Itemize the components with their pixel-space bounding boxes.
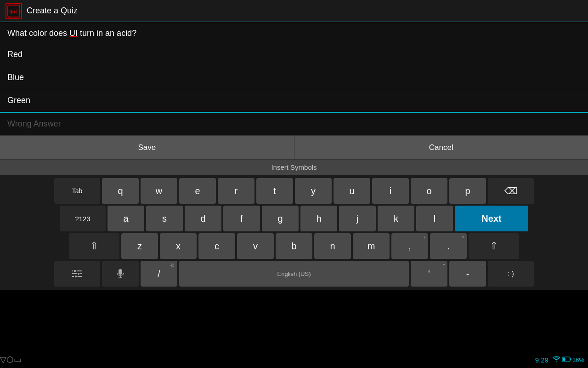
- home-nav-button[interactable]: ⬡: [6, 355, 14, 365]
- cancel-button[interactable]: Cancel: [294, 136, 588, 159]
- key-d[interactable]: d: [185, 206, 221, 231]
- keyboard: Tab q w e r t y u i o p ⌫ ?123 a s d f g…: [0, 175, 588, 290]
- key-a[interactable]: a: [107, 206, 144, 231]
- key-q[interactable]: q: [102, 178, 139, 204]
- key-o[interactable]: o: [411, 178, 447, 204]
- shift-right-key[interactable]: ⇧: [469, 233, 519, 259]
- key-x[interactable]: x: [160, 233, 197, 259]
- next-key[interactable]: Next: [455, 206, 528, 231]
- system-nav-bar: ▽ ⬡ ▭ 9:29 36%: [0, 351, 588, 368]
- battery-icon: [562, 356, 571, 363]
- key-u[interactable]: u: [334, 178, 370, 204]
- key-t[interactable]: t: [256, 178, 293, 204]
- answer-option-2[interactable]: Blue: [0, 66, 588, 89]
- key-r[interactable]: r: [218, 178, 254, 204]
- key-c[interactable]: c: [198, 233, 235, 259]
- settings-key[interactable]: [54, 261, 100, 287]
- key-h[interactable]: h: [300, 206, 337, 231]
- action-buttons: Save Cancel: [0, 136, 588, 160]
- key-l[interactable]: l: [416, 206, 453, 231]
- svg-point-6: [77, 272, 80, 275]
- top-bar-title: Create a Quiz: [27, 6, 78, 16]
- key-f[interactable]: f: [223, 206, 260, 231]
- wifi-icon: [552, 356, 560, 364]
- key-n[interactable]: n: [314, 233, 351, 259]
- key-comma[interactable]: , !: [391, 233, 428, 259]
- key-s[interactable]: s: [146, 206, 183, 231]
- shift-left-key[interactable]: ⇧: [69, 233, 119, 259]
- slash-key[interactable]: / @: [141, 261, 177, 287]
- quiz-content: What color does UI turn in an acid? Red …: [0, 22, 588, 175]
- svg-text:Quiz: Quiz: [9, 9, 21, 15]
- question-text: What color does UI turn in an acid?: [7, 29, 136, 38]
- key-j[interactable]: j: [339, 206, 376, 231]
- question-area: What color does UI turn in an acid?: [0, 22, 588, 43]
- key-i[interactable]: i: [372, 178, 409, 204]
- keyboard-row-3: ⇧ z x c v b n m , ! . ? ⇧: [0, 233, 588, 259]
- answer-option-3[interactable]: Green: [0, 89, 588, 113]
- svg-rect-13: [563, 357, 565, 361]
- key-period[interactable]: . ?: [430, 233, 467, 259]
- key-g[interactable]: g: [262, 206, 299, 231]
- key-m[interactable]: m: [353, 233, 390, 259]
- space-key[interactable]: English (US): [179, 261, 409, 287]
- app-icon: Quiz: [6, 3, 22, 19]
- dash-key[interactable]: - ": [449, 261, 486, 287]
- keyboard-row-1: Tab q w e r t y u i o p ⌫: [0, 178, 588, 204]
- key-b[interactable]: b: [276, 233, 312, 259]
- keyboard-row-4: / @ English (US) ' " - " :-): [0, 261, 588, 287]
- tab-key[interactable]: Tab: [54, 178, 100, 204]
- answer-option-4[interactable]: Wrong Answer: [0, 113, 588, 136]
- top-bar: Quiz Create a Quiz: [0, 0, 588, 22]
- time-display: 9:29: [535, 356, 548, 364]
- key-y[interactable]: y: [295, 178, 332, 204]
- back-nav-button[interactable]: ▽: [0, 355, 6, 365]
- svg-point-5: [74, 270, 76, 272]
- save-button[interactable]: Save: [0, 136, 294, 159]
- key-p[interactable]: p: [449, 178, 486, 204]
- backspace-key[interactable]: ⌫: [488, 178, 534, 204]
- svg-rect-8: [119, 269, 122, 275]
- keyboard-row-2: ?123 a s d f g h j k l Next: [0, 206, 588, 231]
- key-z[interactable]: z: [121, 233, 158, 259]
- insert-symbols-button[interactable]: Insert Symbols: [0, 160, 588, 175]
- key-w[interactable]: w: [141, 178, 177, 204]
- battery-percent: 36%: [572, 356, 584, 363]
- key-e[interactable]: e: [179, 178, 216, 204]
- mic-key[interactable]: [102, 261, 139, 287]
- svg-rect-12: [570, 358, 571, 360]
- recents-nav-button[interactable]: ▭: [14, 355, 22, 365]
- emoji-key[interactable]: :-): [488, 261, 534, 287]
- svg-point-7: [74, 275, 77, 278]
- num-key[interactable]: ?123: [60, 206, 106, 231]
- quote-key[interactable]: ' ": [411, 261, 447, 287]
- key-k[interactable]: k: [378, 206, 414, 231]
- key-v[interactable]: v: [237, 233, 274, 259]
- answer-option-1[interactable]: Red: [0, 43, 588, 66]
